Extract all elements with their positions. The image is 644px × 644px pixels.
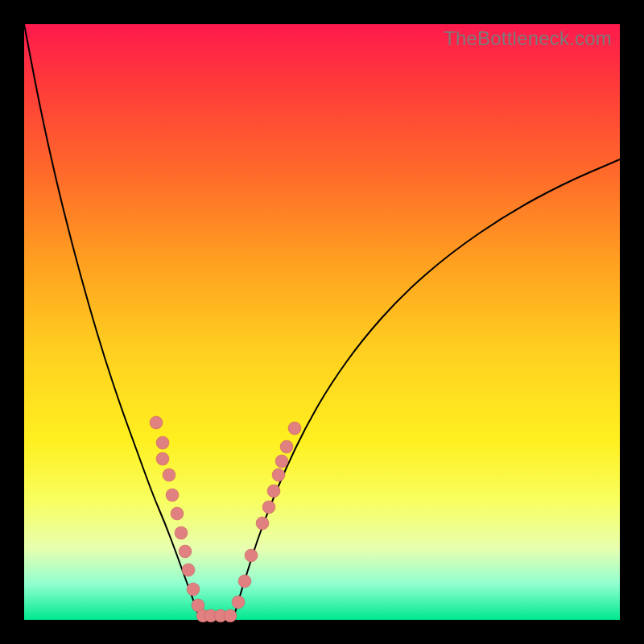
data-dot <box>272 469 285 481</box>
data-dot <box>224 609 237 622</box>
data-dot <box>156 452 169 465</box>
data-dot <box>175 526 188 539</box>
data-dot <box>179 545 192 558</box>
data-dot <box>171 507 184 520</box>
curve-group <box>24 24 620 618</box>
data-dots <box>150 416 301 622</box>
data-dot <box>163 469 175 481</box>
data-dot <box>232 596 245 609</box>
data-dot <box>288 422 301 435</box>
data-dot <box>156 436 169 449</box>
data-dot <box>182 564 195 576</box>
chart-svg <box>24 24 620 620</box>
data-dot <box>238 575 251 588</box>
data-dot <box>166 489 179 502</box>
data-dot <box>280 440 293 453</box>
data-dot <box>245 549 258 562</box>
chart-frame: TheBottleneck.com <box>24 24 620 620</box>
data-dot <box>150 416 163 429</box>
data-dot <box>262 501 275 514</box>
data-dot <box>187 583 200 596</box>
curve-right-branch <box>233 159 620 618</box>
data-dot <box>267 485 280 497</box>
curve-left-branch <box>24 24 200 618</box>
data-dot <box>275 455 288 468</box>
data-dot <box>256 517 269 530</box>
